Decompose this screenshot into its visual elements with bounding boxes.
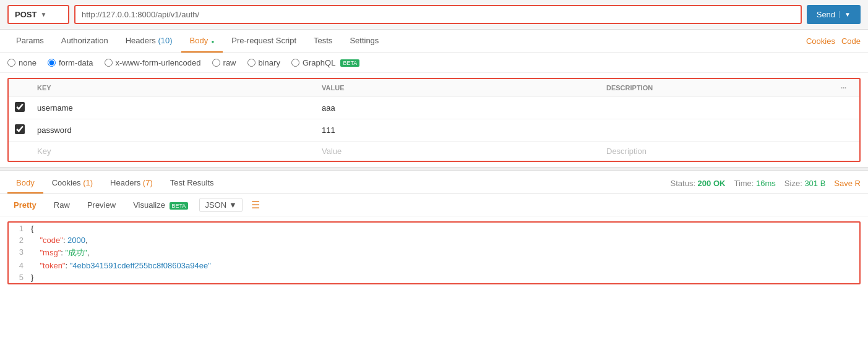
save-response-link[interactable]: Save R xyxy=(834,179,861,188)
json-format-label: JSON xyxy=(205,200,226,210)
tab-headers-label: Headers xyxy=(126,36,158,45)
th-value: VALUE xyxy=(316,79,600,97)
cookies-count: (1) xyxy=(83,178,93,187)
table-row: username aaa xyxy=(9,97,859,119)
url-input[interactable] xyxy=(74,5,802,24)
binary-option[interactable]: binary xyxy=(247,58,280,67)
code-line-5: 5 } xyxy=(9,271,859,283)
raw-option[interactable]: raw xyxy=(212,58,236,67)
method-select[interactable]: POST ▼ xyxy=(7,5,69,24)
code-line-1: 1 { xyxy=(9,223,859,234)
th-more: ··· xyxy=(835,79,859,97)
graphql-beta-badge: BETA xyxy=(340,59,359,67)
response-tab-test-results[interactable]: Test Results xyxy=(161,173,223,194)
method-label: POST xyxy=(15,10,37,19)
json-format-select[interactable]: JSON ▼ xyxy=(199,198,243,212)
row2-description[interactable] xyxy=(600,119,835,142)
code-content-3: "msg": "成功", xyxy=(31,247,89,258)
code-line-2: 2 "code": 2000, xyxy=(9,234,859,246)
response-tab-body[interactable]: Body xyxy=(7,173,43,194)
response-meta: Status: 200 OK Time: 16ms Size: 301 B Sa… xyxy=(671,179,861,188)
code-line-4: 4 "token": "4ebb341591cdeff255bc8f08603a… xyxy=(9,260,859,271)
response-tabs: Body Cookies (1) Headers (7) Test Result… xyxy=(0,173,868,194)
placeholder-description[interactable]: Description xyxy=(600,142,835,161)
placeholder-more xyxy=(835,142,859,161)
send-button[interactable]: Send ▼ xyxy=(807,5,861,24)
send-dropdown-icon[interactable]: ▼ xyxy=(839,11,851,18)
tab-settings[interactable]: Settings xyxy=(341,30,387,53)
placeholder-row: Key Value Description xyxy=(9,142,859,161)
row1-key[interactable]: username xyxy=(31,97,316,119)
row2-key[interactable]: password xyxy=(31,119,316,142)
send-label: Send xyxy=(817,10,835,19)
binary-label: binary xyxy=(259,58,280,67)
time-value: 16ms xyxy=(756,179,776,188)
tab-authorization[interactable]: Authorization xyxy=(53,30,117,53)
none-label: none xyxy=(19,58,37,67)
view-tab-visualize[interactable]: Visualize BETA xyxy=(127,198,194,212)
tab-params[interactable]: Params xyxy=(7,30,53,53)
line-num-4: 4 xyxy=(9,261,31,270)
th-key: KEY xyxy=(31,79,316,97)
urlencoded-option[interactable]: x-www-form-urlencoded xyxy=(105,58,201,67)
response-tab-headers[interactable]: Headers (7) xyxy=(101,173,161,194)
request-tabs: Params Authorization Headers (10) Body ●… xyxy=(0,30,868,53)
placeholder-key[interactable]: Key xyxy=(31,142,316,161)
view-tabs-row: Pretty Raw Preview Visualize BETA JSON ▼… xyxy=(0,194,868,216)
line-num-3: 3 xyxy=(9,247,31,257)
form-table: KEY VALUE DESCRIPTION ··· username aaa p… xyxy=(9,79,859,161)
raw-label: raw xyxy=(223,58,236,67)
code-line-3: 3 "msg": "成功", xyxy=(9,246,859,260)
none-option[interactable]: none xyxy=(7,58,37,67)
tab-body[interactable]: Body ● xyxy=(181,30,223,53)
body-dot: ● xyxy=(210,39,214,45)
tab-headers[interactable]: Headers (10) xyxy=(117,30,181,53)
size-label: Size: 301 B xyxy=(784,179,826,188)
th-description: DESCRIPTION xyxy=(600,79,835,97)
section-separator xyxy=(0,167,868,171)
row1-checkbox[interactable] xyxy=(15,102,25,112)
size-value: 301 B xyxy=(804,179,825,188)
row1-value[interactable]: aaa xyxy=(316,97,600,119)
line-num-5: 5 xyxy=(9,273,31,282)
tab-pre-request[interactable]: Pre-request Script xyxy=(223,30,305,53)
row2-value[interactable]: 111 xyxy=(316,119,600,142)
tab-body-label: Body xyxy=(190,36,208,45)
urlencoded-label: x-www-form-urlencoded xyxy=(116,58,201,67)
graphql-option[interactable]: GraphQL BETA xyxy=(291,58,359,67)
row2-more xyxy=(835,119,859,142)
status-label: Status: 200 OK xyxy=(671,179,726,188)
code-content-4: "token": "4ebb341591cdeff255bc8f08603a94… xyxy=(31,261,211,270)
response-tab-cookies[interactable]: Cookies (1) xyxy=(43,173,101,194)
headers-badge: (10) xyxy=(158,36,172,45)
right-links: Cookies Code xyxy=(806,36,861,46)
row1-more xyxy=(835,97,859,119)
code-content-1: { xyxy=(31,224,33,233)
cookies-link[interactable]: Cookies xyxy=(806,36,835,46)
view-tab-pretty[interactable]: Pretty xyxy=(7,198,43,212)
row2-checkbox[interactable] xyxy=(15,124,25,134)
form-data-option[interactable]: form-data xyxy=(48,58,93,67)
method-arrow-icon: ▼ xyxy=(40,11,46,18)
response-code-area: 1 { 2 "code": 2000, 3 "msg": "成功", 4 "to… xyxy=(7,221,861,284)
placeholder-value[interactable]: Value xyxy=(316,142,600,161)
headers-count: (7) xyxy=(143,178,153,187)
code-content-5: } xyxy=(31,273,33,282)
tab-tests[interactable]: Tests xyxy=(305,30,341,53)
th-checkbox xyxy=(9,79,31,97)
graphql-label: GraphQL xyxy=(303,58,335,67)
code-link[interactable]: Code xyxy=(841,36,861,46)
line-num-2: 2 xyxy=(9,236,31,245)
view-tab-preview[interactable]: Preview xyxy=(81,198,122,212)
visualize-beta-badge: BETA xyxy=(170,202,189,210)
url-bar: POST ▼ Send ▼ xyxy=(0,0,868,30)
status-value: 200 OK xyxy=(698,179,726,188)
form-data-label: form-data xyxy=(59,58,93,67)
wrap-icon[interactable]: ☰ xyxy=(251,199,260,211)
body-type-row: none form-data x-www-form-urlencoded raw… xyxy=(0,53,868,73)
time-label: Time: 16ms xyxy=(734,179,775,188)
row1-description[interactable] xyxy=(600,97,835,119)
json-format-arrow-icon: ▼ xyxy=(229,200,237,210)
view-tab-raw[interactable]: Raw xyxy=(48,198,76,212)
form-table-wrapper: KEY VALUE DESCRIPTION ··· username aaa p… xyxy=(7,78,861,162)
